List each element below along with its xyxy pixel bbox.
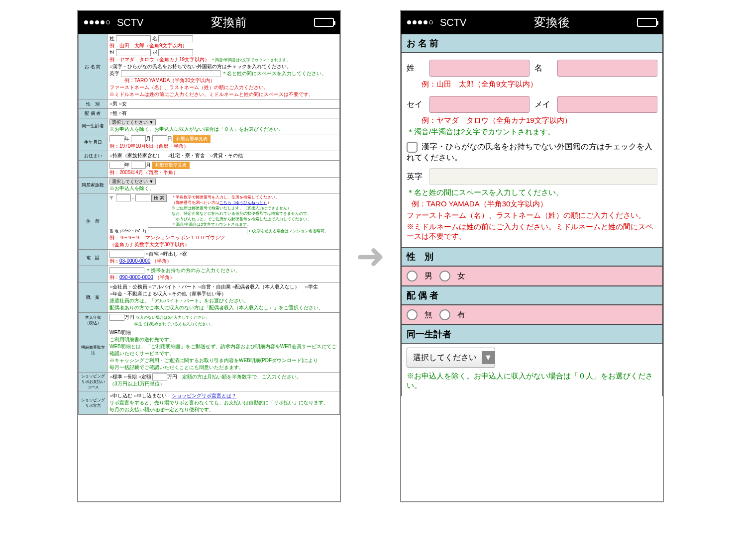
page-title: 変換後 — [473, 14, 630, 30]
page-title: 変換前 — [150, 14, 307, 30]
sei-kana-input[interactable] — [429, 96, 529, 113]
carrier-label: SCTV — [117, 17, 143, 28]
radio-no[interactable] — [407, 309, 418, 320]
mei-input[interactable] — [158, 35, 193, 42]
spouse-row: 無 有 — [401, 305, 663, 325]
eiji-input[interactable] — [429, 168, 657, 185]
arrow-right-icon: ➜ — [356, 236, 385, 277]
sex-row: 男 女 — [401, 266, 663, 286]
phone-before: SCTV 変換前 お 名 前 姓 名 例：山田 太郎（全角9文字以内） ｾｲ ﾒ… — [77, 10, 341, 502]
household-select[interactable]: 選択してください ▼ — [109, 119, 156, 125]
section-sex: 性 別 — [401, 247, 663, 266]
signal-dots-icon — [84, 20, 110, 24]
radio-yes[interactable] — [439, 309, 450, 320]
phone-after: SCTV 変換後 お 名 前 姓 名 例：山田 太郎（全角9文字以内） セイ メ… — [400, 10, 664, 502]
zip-search-button[interactable]: 検 索 — [151, 194, 167, 202]
calendar-button[interactable]: 和暦西暦早見表 — [173, 135, 211, 143]
mei-input[interactable] — [557, 60, 657, 77]
signal-dots-icon — [407, 20, 433, 24]
sei-input[interactable] — [116, 35, 151, 42]
section-spouse: 配 偶 者 — [401, 286, 663, 305]
statusbar: SCTV 変換後 — [401, 11, 663, 34]
mei-kana-input[interactable] — [557, 96, 657, 113]
radio-female[interactable] — [439, 271, 450, 281]
chevron-down-icon: ▼ — [482, 351, 495, 364]
sei-kana-input[interactable] — [116, 49, 151, 56]
household-select[interactable]: 選択してください▼ — [407, 348, 495, 368]
name-cell: 姓 名 例：山田 太郎（全角9文字以内） ｾｲ ﾒｲ 例：ヤマダ タロウ（全角カ… — [107, 34, 340, 99]
radio-male[interactable] — [407, 271, 418, 281]
section-name: お 名 前 — [401, 34, 663, 53]
foreign-checkbox[interactable] — [407, 142, 418, 153]
battery-icon — [637, 18, 657, 27]
statusbar: SCTV 変換前 — [78, 11, 340, 34]
eiji-input[interactable] — [121, 70, 220, 77]
section-household: 同一生計者 — [401, 325, 663, 344]
mei-kana-input[interactable] — [158, 49, 193, 56]
battery-icon — [314, 18, 334, 27]
sei-input[interactable] — [429, 60, 529, 77]
name-label: お 名 前 — [79, 34, 107, 99]
